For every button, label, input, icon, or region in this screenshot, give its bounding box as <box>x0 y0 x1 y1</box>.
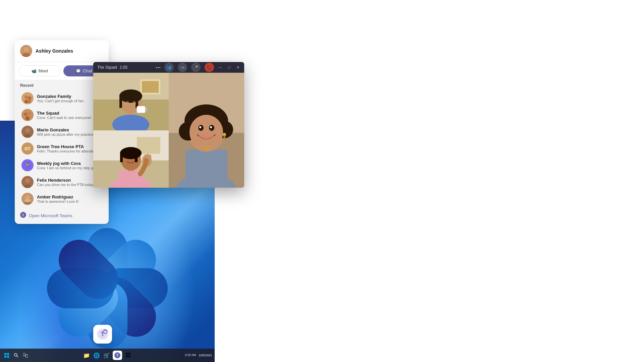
svg-rect-31 <box>25 199 30 202</box>
participants-button[interactable]: 👥 <box>164 63 174 72</box>
svg-point-45 <box>132 101 136 105</box>
svg-rect-2 <box>4 356 6 358</box>
start-button-icon[interactable] <box>3 351 11 359</box>
call-duration: 1:05 <box>120 65 127 70</box>
user-name: Ashley Gonzales <box>36 48 73 54</box>
list-item[interactable]: The Squad Cora: Can't wait to see everyo… <box>20 107 103 123</box>
chat-item-text: Felix Henderson Can you drive me to the … <box>37 178 102 187</box>
svg-point-26 <box>25 178 30 183</box>
svg-point-41 <box>119 89 142 103</box>
list-item[interactable]: 🏃 Weekly jog with Cora Cora: I am so beh… <box>20 157 103 174</box>
svg-point-76 <box>199 126 201 128</box>
svg-point-21 <box>25 116 30 120</box>
svg-text:T: T <box>22 214 24 217</box>
meet-tab-icon: 📹 <box>32 69 37 73</box>
svg-point-20 <box>27 112 31 115</box>
svg-point-73 <box>190 115 223 150</box>
taskbar: 📁 🌐 🛒 T 🖼 3:15 AM 10/5/2021 <box>0 349 215 362</box>
svg-point-77 <box>210 126 212 128</box>
svg-point-54 <box>120 147 142 159</box>
video-cell-large-right <box>169 73 244 188</box>
photos-taskbar-icon[interactable]: 🖼 <box>124 351 132 359</box>
edge-taskbar-icon[interactable]: 🌐 <box>93 351 101 359</box>
chat-item-preview: Cora: Can't wait to see everyone! <box>37 116 102 120</box>
avatar <box>21 109 34 121</box>
taskbar-time: 3:15 AM <box>185 353 196 357</box>
svg-point-80 <box>205 147 208 151</box>
meet-tab[interactable]: 📹 Meet <box>19 65 61 76</box>
store-taskbar-icon[interactable]: 🛒 <box>103 351 111 359</box>
svg-rect-60 <box>149 155 151 161</box>
chat-item-name: Amber Rodriguez <box>37 194 102 199</box>
svg-rect-43 <box>136 95 138 108</box>
taskbar-left-icons <box>3 351 30 359</box>
recent-label: Recent <box>20 83 103 88</box>
chat-item-text: Weekly jog with Cora Cora: I am so behin… <box>37 161 102 170</box>
chat-item-name: Weekly jog with Cora <box>37 161 102 166</box>
chat-tab-label: Chat <box>83 68 92 73</box>
chat-item-text: Amber Rodriguez That is awesome! Love it… <box>37 194 102 203</box>
maximize-button[interactable]: □ <box>227 65 231 70</box>
teams-taskbar-icon[interactable]: T <box>113 351 122 360</box>
call-title-left: The Squad 1:05 <box>97 65 127 70</box>
user-avatar <box>20 45 32 57</box>
task-view-icon[interactable] <box>21 351 30 359</box>
list-item[interactable]: Felix Henderson Can you drive me to the … <box>20 174 103 190</box>
chat-item-preview: Felix: Thanks everyone for attending. <box>37 149 102 153</box>
chat-item-preview: You: Can't get enough of her. <box>37 99 102 103</box>
avatar: GT <box>21 142 34 155</box>
chat-item-name: Mario Gonzales <box>37 127 102 132</box>
svg-point-16 <box>24 100 28 103</box>
video-grid <box>93 73 244 188</box>
chat-panel-header: Ashley Gonzales <box>15 40 109 62</box>
svg-point-14 <box>24 96 28 99</box>
svg-point-29 <box>25 195 30 200</box>
svg-point-11 <box>24 47 29 52</box>
open-teams-button[interactable]: T Open Microsoft Teams <box>15 208 109 224</box>
svg-text:💬: 💬 <box>104 330 107 334</box>
call-title-right: 👥 📹 🎤 📞 ─ □ ✕ <box>156 63 240 72</box>
svg-point-15 <box>28 96 32 100</box>
chat-tab-icon: 💬 <box>76 69 81 73</box>
list-item[interactable]: Amber Rodriguez That is awesome! Love it… <box>20 190 103 207</box>
svg-rect-6 <box>23 353 25 356</box>
close-button[interactable]: ✕ <box>235 65 240 70</box>
taskbar-date: 10/5/2021 <box>199 354 212 357</box>
teams-icon: T <box>20 212 26 219</box>
avatar: 🏃 <box>21 159 34 171</box>
mic-toggle-button[interactable]: 🎤 <box>191 63 201 72</box>
open-teams-label: Open Microsoft Teams <box>29 213 72 218</box>
video-toggle-button[interactable]: 📹 <box>178 63 187 72</box>
chat-item-name: Felix Henderson <box>37 178 102 183</box>
teams-logo-icon: T 💬 <box>97 328 109 340</box>
avatar <box>21 176 34 188</box>
file-explorer-taskbar-icon[interactable]: 📁 <box>83 351 91 359</box>
video-call-window: The Squad 1:05 👥 📹 🎤 📞 ─ □ ✕ <box>93 62 244 188</box>
svg-point-44 <box>126 101 129 105</box>
svg-rect-3 <box>7 356 9 358</box>
svg-point-17 <box>28 100 31 103</box>
svg-point-23 <box>25 128 30 133</box>
chat-item-text: Green Tree House PTA Felix: Thanks every… <box>37 144 102 153</box>
avatar <box>21 193 34 205</box>
call-title: The Squad <box>97 65 117 70</box>
chat-item-preview: Will pick up pizza after my practice. <box>37 132 102 136</box>
minimize-button[interactable]: ─ <box>218 65 223 70</box>
avatar <box>21 92 34 104</box>
list-item[interactable]: Mario Gonzales Will pick up pizza after … <box>20 123 103 140</box>
list-item[interactable]: GT Green Tree House PTA Felix: Thanks ev… <box>20 140 103 157</box>
svg-line-5 <box>17 356 18 358</box>
list-item[interactable]: Gonzales Family You: Can't get enough of… <box>20 90 103 107</box>
chat-item-text: The Squad Cora: Can't wait to see everyo… <box>37 111 102 120</box>
svg-rect-1 <box>7 353 9 355</box>
teams-floating-icon[interactable]: T 💬 <box>93 325 112 344</box>
video-cell-top-left <box>93 73 169 130</box>
svg-rect-64 <box>185 150 227 188</box>
chat-item-name: The Squad <box>37 111 102 116</box>
chat-item-text: Mario Gonzales Will pick up pizza after … <box>37 127 102 136</box>
svg-point-4 <box>14 354 17 356</box>
svg-rect-0 <box>4 353 6 355</box>
end-call-button[interactable]: 📞 <box>205 63 214 72</box>
more-options-button[interactable] <box>156 67 160 68</box>
search-taskbar-icon[interactable] <box>12 351 20 359</box>
